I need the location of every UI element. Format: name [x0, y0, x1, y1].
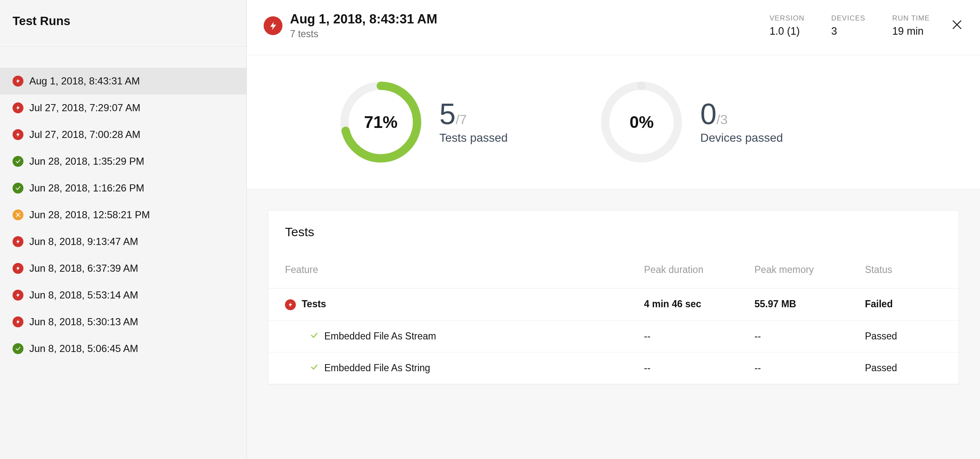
- run-subtitle: 7 tests: [290, 28, 770, 40]
- meta-devices-label: DEVICES: [831, 14, 866, 23]
- sidebar-item-label: Jul 27, 2018, 7:00:28 AM: [29, 129, 141, 140]
- meta-runtime-label: RUN TIME: [892, 14, 930, 23]
- sidebar-item-label: Jun 8, 2018, 5:06:45 AM: [29, 343, 138, 354]
- status-text: Passed: [848, 320, 959, 352]
- sidebar-item-label: Jul 27, 2018, 7:29:07 AM: [29, 102, 141, 114]
- meta-version: VERSION 1.0 (1): [770, 14, 805, 37]
- sidebar-item[interactable]: Jun 8, 2018, 5:30:13 AM: [0, 309, 246, 335]
- sidebar: Test Runs Aug 1, 2018, 8:43:31 AMJul 27,…: [0, 0, 247, 459]
- cross-icon: [13, 209, 23, 220]
- close-icon[interactable]: [951, 18, 963, 33]
- devices-passed-block: 0% 0/3 Devices passed: [600, 80, 783, 164]
- devices-passed-percent: 0%: [600, 80, 683, 164]
- sidebar-item[interactable]: Jun 8, 2018, 9:13:47 AM: [0, 228, 246, 255]
- status-text: Failed: [848, 288, 959, 321]
- tests-header-row: Feature Peak duration Peak memory Status: [268, 247, 959, 288]
- meta-runtime: RUN TIME 19 min: [892, 14, 930, 37]
- status-text: Passed: [848, 352, 959, 384]
- tests-table: Feature Peak duration Peak memory Status…: [268, 247, 959, 384]
- check-icon: [13, 183, 23, 194]
- check-icon: [310, 331, 318, 342]
- table-row[interactable]: Embedded File As String----Passed: [268, 352, 959, 384]
- meta-devices-value: 3: [831, 25, 866, 37]
- tests-passed-block: 71% 5/7 Tests passed: [339, 80, 508, 164]
- tests-total-count: /7: [456, 112, 467, 127]
- bolt-icon: [13, 290, 23, 301]
- devices-passed-donut: 0%: [600, 80, 683, 164]
- app-root: Test Runs Aug 1, 2018, 8:43:31 AMJul 27,…: [0, 0, 980, 459]
- tests-passed-percent: 71%: [339, 80, 423, 164]
- tests-card: Tests Feature Peak duration Peak memory …: [268, 210, 959, 385]
- meta-version-label: VERSION: [770, 14, 805, 23]
- devices-passed-label: Devices passed: [700, 131, 783, 145]
- main-panel: Aug 1, 2018, 8:43:31 AM 7 tests VERSION …: [247, 0, 980, 459]
- feature-name: Tests: [302, 298, 326, 309]
- sidebar-item[interactable]: Jun 28, 2018, 12:58:21 PM: [0, 201, 246, 228]
- feature-name: Embedded File As Stream: [324, 331, 436, 342]
- tests-card-title: Tests: [268, 211, 959, 247]
- run-title: Aug 1, 2018, 8:43:31 AM: [290, 12, 770, 27]
- bolt-icon: [285, 299, 296, 310]
- peak-duration: --: [627, 320, 738, 352]
- meta-devices: DEVICES 3: [831, 14, 866, 37]
- peak-duration: --: [627, 352, 738, 384]
- sidebar-item[interactable]: Jun 8, 2018, 5:06:45 AM: [0, 335, 246, 362]
- sidebar-item[interactable]: Aug 1, 2018, 8:43:31 AM: [0, 68, 246, 94]
- sidebar-item[interactable]: Jul 27, 2018, 7:29:07 AM: [0, 94, 246, 121]
- peak-memory: --: [738, 352, 848, 384]
- peak-duration: 4 min 46 sec: [627, 288, 738, 321]
- peak-memory: 55.97 MB: [738, 288, 848, 321]
- sidebar-item-label: Jun 28, 2018, 12:58:21 PM: [29, 209, 150, 221]
- meta-runtime-value: 19 min: [892, 25, 930, 37]
- tests-passed-donut: 71%: [339, 80, 423, 164]
- devices-passed-detail: 0/3 Devices passed: [700, 99, 783, 145]
- sidebar-item-label: Jun 8, 2018, 6:37:39 AM: [29, 263, 138, 274]
- sidebar-item-label: Aug 1, 2018, 8:43:31 AM: [29, 75, 140, 87]
- run-status-icon: [264, 16, 282, 35]
- tests-passed-count: 5: [439, 98, 456, 130]
- sidebar-item-label: Jun 28, 2018, 1:16:26 PM: [29, 182, 144, 194]
- tests-passed-detail: 5/7 Tests passed: [439, 99, 508, 145]
- tests-passed-label: Tests passed: [439, 131, 508, 145]
- sidebar-item[interactable]: Jun 28, 2018, 1:35:29 PM: [0, 148, 246, 175]
- bolt-icon: [13, 76, 23, 87]
- check-icon: [13, 156, 23, 167]
- main-header: Aug 1, 2018, 8:43:31 AM 7 tests VERSION …: [247, 0, 980, 55]
- check-icon: [310, 362, 318, 373]
- sidebar-item[interactable]: Jun 8, 2018, 5:53:14 AM: [0, 282, 246, 309]
- col-feature: Feature: [268, 247, 627, 288]
- col-status: Status: [848, 247, 959, 288]
- content-area: Tests Feature Peak duration Peak memory …: [247, 189, 980, 459]
- feature-name: Embedded File As String: [324, 362, 430, 373]
- sidebar-item[interactable]: Jun 28, 2018, 1:16:26 PM: [0, 175, 246, 201]
- sidebar-item[interactable]: Jul 27, 2018, 7:00:28 AM: [0, 121, 246, 148]
- header-meta: VERSION 1.0 (1) DEVICES 3 RUN TIME 19 mi…: [770, 14, 930, 37]
- sidebar-item-label: Jun 8, 2018, 5:53:14 AM: [29, 289, 138, 301]
- col-peak-duration: Peak duration: [627, 247, 738, 288]
- bolt-icon: [13, 316, 23, 327]
- sidebar-item-label: Jun 8, 2018, 5:30:13 AM: [29, 316, 138, 328]
- table-row[interactable]: Embedded File As Stream----Passed: [268, 320, 959, 352]
- bolt-icon: [13, 129, 23, 140]
- sidebar-title: Test Runs: [0, 0, 246, 47]
- sidebar-item[interactable]: Jun 8, 2018, 6:37:39 AM: [0, 255, 246, 282]
- peak-memory: --: [738, 320, 848, 352]
- bolt-icon: [13, 102, 23, 113]
- header-title-block: Aug 1, 2018, 8:43:31 AM 7 tests: [290, 12, 770, 40]
- devices-passed-count: 0: [700, 98, 716, 130]
- sidebar-item-label: Jun 28, 2018, 1:35:29 PM: [29, 156, 144, 167]
- sidebar-list: Aug 1, 2018, 8:43:31 AMJul 27, 2018, 7:2…: [0, 47, 246, 362]
- devices-total-count: /3: [716, 112, 728, 127]
- bolt-icon: [13, 236, 23, 247]
- check-icon: [13, 343, 23, 354]
- col-peak-memory: Peak memory: [738, 247, 848, 288]
- meta-version-value: 1.0 (1): [770, 25, 805, 37]
- sidebar-item-label: Jun 8, 2018, 9:13:47 AM: [29, 236, 138, 247]
- bolt-icon: [13, 263, 23, 274]
- summary-row: 71% 5/7 Tests passed 0% 0/3 Devic: [247, 55, 980, 189]
- table-row[interactable]: Tests4 min 46 sec55.97 MBFailed: [268, 288, 959, 321]
